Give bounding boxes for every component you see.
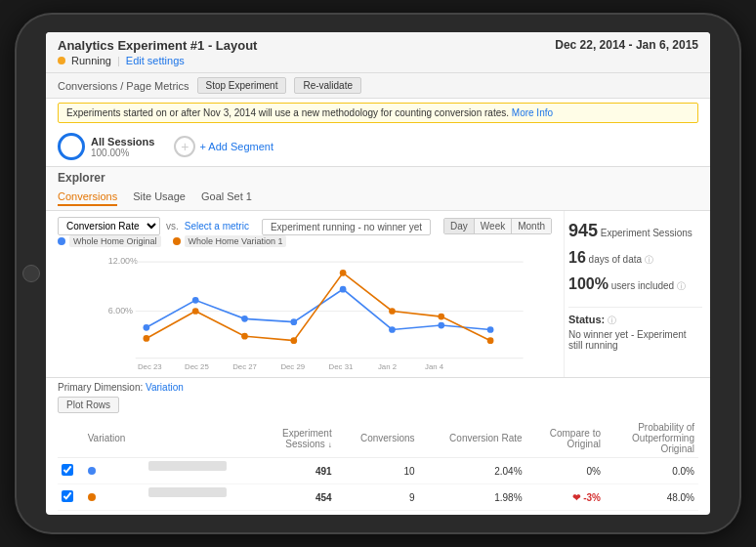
chart-area: Conversion Rate vs. Select a metric Expe… — [46, 211, 564, 377]
users-label: users included — [611, 280, 674, 291]
month-button[interactable]: Month — [512, 219, 551, 233]
users-info-icon: ⓘ — [677, 281, 686, 291]
svg-point-7 — [241, 316, 248, 322]
legend-dot-original — [58, 237, 65, 245]
data-table: Variation ExperimentSessions ↓ Conversio… — [58, 419, 698, 511]
svg-text:Jan 4: Jan 4 — [425, 362, 444, 371]
row1-conversions: 10 — [336, 458, 419, 484]
row1-name-cell: Whole Home Original — [145, 458, 259, 484]
segment-percentage: 100.00% — [91, 147, 154, 158]
svg-text:Dec 23: Dec 23 — [138, 362, 162, 371]
stop-experiment-button[interactable]: Stop Experiment — [197, 77, 287, 94]
segment-label: All Sessions — [91, 136, 154, 147]
home-button[interactable] — [22, 265, 40, 282]
experiment-sessions-number: 945 — [568, 221, 598, 240]
chart-legend: Whole Home Original Whole Home Variation… — [58, 235, 552, 247]
row1-checkbox-cell — [58, 458, 84, 484]
col-header-checkbox — [58, 419, 84, 458]
toolbar: Conversions / Page Metrics Stop Experime… — [46, 73, 710, 99]
metric-select[interactable]: Conversion Rate — [58, 217, 160, 235]
legend-item-original: Whole Home Original — [58, 235, 161, 247]
svg-point-10 — [389, 326, 396, 333]
svg-point-15 — [241, 333, 248, 340]
dimension-value[interactable]: Variation — [146, 382, 184, 393]
svg-text:6.00%: 6.00% — [108, 306, 133, 316]
tablet-frame: Analytics Experiment #1 - Layout Running… — [17, 15, 739, 532]
svg-point-17 — [340, 270, 347, 276]
row1-probability: 0.0% — [605, 458, 698, 484]
primary-dim-label: Primary Dimension: — [58, 382, 143, 393]
users-included-stat: 100% users included ⓘ — [568, 274, 702, 295]
date-range: Dec 22, 2014 - Jan 6, 2015 — [555, 38, 698, 52]
plot-rows-button[interactable]: Plot Rows — [58, 397, 119, 413]
svg-point-14 — [192, 308, 199, 315]
col-header-sessions: ExperimentSessions ↓ — [259, 419, 335, 458]
row2-probability: 48.0% — [605, 484, 698, 511]
svg-point-19 — [438, 314, 444, 320]
svg-point-18 — [389, 308, 396, 315]
svg-text:12.00%: 12.00% — [108, 256, 138, 266]
revalidate-button[interactable]: Re-validate — [294, 77, 361, 94]
days-of-data-stat: 16 days of data ⓘ — [568, 247, 702, 269]
row2-checkbox[interactable] — [62, 490, 73, 502]
divider: | — [117, 55, 120, 66]
row2-compare: ❤ -3% — [526, 484, 605, 511]
tab-goal-set-1[interactable]: Goal Set 1 — [201, 189, 252, 206]
row2-dot-cell — [84, 484, 145, 511]
header-bar: Analytics Experiment #1 - Layout Running… — [46, 32, 710, 73]
col-header-variation: Variation — [84, 419, 145, 458]
svg-text:Dec 27: Dec 27 — [232, 362, 257, 371]
row2-conv-rate: 1.98% — [419, 484, 526, 511]
col-header-conversions: Conversions — [336, 419, 419, 458]
day-button[interactable]: Day — [444, 219, 475, 233]
vs-text: vs. — [166, 221, 179, 231]
notification-text: Experiments started on or after Nov 3, 2… — [66, 107, 509, 118]
week-button[interactable]: Week — [475, 219, 512, 233]
row1-name: Whole Home Original — [148, 461, 227, 471]
row2-conversions: 9 — [336, 484, 419, 511]
svg-point-11 — [438, 322, 444, 329]
row1-checkbox[interactable] — [62, 464, 73, 476]
row2-dot — [88, 493, 96, 501]
row2-sessions: 454 — [259, 484, 335, 511]
edit-settings-link[interactable]: Edit settings — [126, 55, 185, 66]
bottom-section: Primary Dimension: Variation Plot Rows V… — [46, 377, 710, 515]
experiment-status-badge: Experiment running - no winner yet — [262, 219, 431, 235]
svg-point-16 — [290, 337, 297, 344]
status-text: Running — [71, 55, 111, 66]
status-section: Status: ⓘ No winner yet - Experiment sti… — [568, 307, 702, 351]
table-row: Whole Home Variation 1 454 9 1.98% ❤ -3%… — [58, 484, 698, 511]
notification-bar: Experiments started on or after Nov 3, 2… — [58, 103, 698, 123]
row1-dot-cell — [84, 458, 145, 484]
col-header-icon — [145, 419, 259, 458]
row1-dot — [88, 467, 96, 475]
svg-point-12 — [487, 326, 494, 333]
explorer-title: Explorer — [58, 171, 698, 185]
add-segment-icon: + — [174, 136, 195, 157]
select-metric-link[interactable]: Select a metric — [185, 221, 249, 231]
time-controls: Day Week Month — [443, 218, 552, 234]
status-label: Status: — [568, 314, 605, 325]
status-info-icon: ⓘ — [608, 316, 616, 325]
segment-section: All Sessions 100.00% + + Add Segment — [46, 127, 710, 166]
legend-label-original: Whole Home Original — [69, 235, 161, 247]
users-number: 100% — [568, 275, 609, 292]
status-description: No winner yet - Experiment still running — [568, 329, 702, 351]
experiment-title: Analytics Experiment #1 - Layout — [58, 38, 257, 53]
more-info-link[interactable]: More Info — [512, 107, 553, 118]
row1-sessions: 491 — [259, 458, 335, 484]
main-content: Conversion Rate vs. Select a metric Expe… — [46, 211, 710, 377]
chart-controls-wrapper: Conversion Rate vs. Select a metric Expe… — [58, 217, 552, 235]
tab-site-usage[interactable]: Site Usage — [133, 189, 186, 206]
add-segment-label: + Add Segment — [199, 141, 273, 152]
add-segment-button[interactable]: + + Add Segment — [174, 136, 273, 157]
col-header-probability: Probability ofOutperformingOriginal — [605, 419, 698, 458]
svg-text:Dec 25: Dec 25 — [185, 362, 209, 371]
tab-conversions[interactable]: Conversions — [58, 189, 117, 206]
row2-name-cell: Whole Home Variation 1 — [145, 484, 259, 511]
stats-panel: 945 Experiment Sessions 16 days of data … — [564, 211, 710, 377]
experiment-sessions-label: Experiment Sessions — [601, 228, 693, 238]
svg-point-6 — [192, 297, 199, 304]
chart-controls-left: Conversion Rate vs. Select a metric — [58, 217, 249, 235]
svg-text:Dec 29: Dec 29 — [280, 362, 305, 371]
